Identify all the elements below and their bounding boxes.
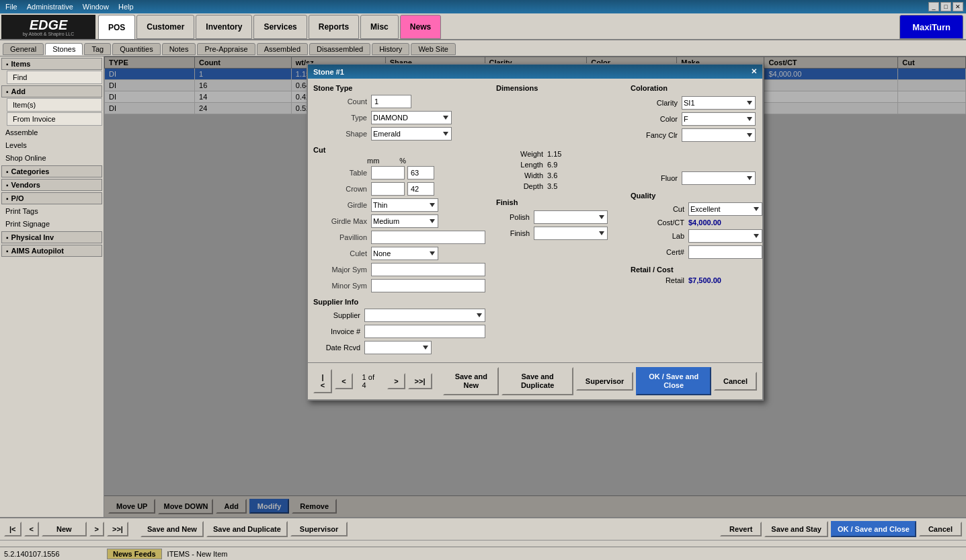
- sidebar-from-invoice[interactable]: From Invoice: [7, 112, 102, 126]
- modal-nav-next[interactable]: >: [387, 373, 405, 389]
- modal-nav-first[interactable]: |<: [313, 369, 332, 393]
- sidebar-vendors-header[interactable]: ▪ Vendors: [1, 179, 102, 191]
- count-row: Count: [313, 95, 485, 108]
- modal-overlay: Stone #1 ✕ Stone Type Count: [104, 56, 966, 517]
- title-bar: File Administrative Window Help _ □ ✕: [0, 0, 966, 13]
- tab-history[interactable]: History: [372, 43, 409, 55]
- major-sym-label: Major Sym: [313, 266, 367, 274]
- nav-news[interactable]: News: [400, 15, 441, 39]
- tab-tag[interactable]: Tag: [84, 43, 111, 55]
- supplier-select[interactable]: [364, 309, 485, 322]
- sidebar-levels[interactable]: Levels: [1, 139, 102, 151]
- invoice-input[interactable]: [364, 325, 485, 338]
- modal-save-duplicate[interactable]: Save and Duplicate: [501, 367, 573, 395]
- sidebar-aims-autopilot-header[interactable]: ▪ AIMS Autopilot: [1, 245, 102, 257]
- tab-stones[interactable]: Stones: [45, 43, 83, 55]
- modal-columns: Stone Type Count Type DIAMOND RUBY: [313, 84, 757, 357]
- news-feeds-tab[interactable]: News Feeds: [107, 549, 162, 559]
- crown-mm-input[interactable]: [371, 182, 405, 196]
- nav-services[interactable]: Services: [253, 15, 307, 39]
- clarity-label: Clarity: [631, 99, 678, 107]
- tab-disassembled[interactable]: Disassembled: [309, 43, 370, 55]
- modal-cancel[interactable]: Cancel: [714, 372, 757, 391]
- sidebar-add-header[interactable]: ▪ Add: [1, 85, 102, 97]
- tab-notes[interactable]: Notes: [162, 43, 196, 55]
- footer-next[interactable]: >: [89, 522, 104, 536]
- title-bar-admin[interactable]: Administrative: [24, 3, 76, 11]
- nav-customer[interactable]: Customer: [136, 15, 194, 39]
- tab-general[interactable]: General: [3, 43, 44, 55]
- cert-input[interactable]: [688, 245, 762, 259]
- pavillion-input[interactable]: [371, 231, 485, 244]
- modal-supervisor[interactable]: Supervisor: [576, 372, 633, 391]
- date-rcvd-select[interactable]: [364, 341, 432, 354]
- cert-row: Cert#: [631, 245, 762, 259]
- girdle-select[interactable]: Thin Medium Thick: [371, 198, 438, 212]
- nav-reports[interactable]: Reports: [309, 15, 359, 39]
- shape-select[interactable]: Emerald Round Oval: [371, 127, 452, 141]
- sidebar-find[interactable]: Find: [7, 71, 102, 84]
- footer-save-duplicate[interactable]: Save and Duplicate: [206, 521, 288, 537]
- nav-misc[interactable]: Misc: [360, 15, 399, 39]
- modal-nav-prev[interactable]: <: [335, 373, 352, 389]
- sidebar-assemble[interactable]: Assemble: [1, 126, 102, 138]
- nav-maxi[interactable]: MaxiTurn: [899, 15, 963, 39]
- tabs-row: General Stones Tag Quantities Notes Pre-…: [0, 40, 966, 56]
- minor-sym-input[interactable]: [371, 279, 485, 292]
- major-sym-input[interactable]: [371, 263, 485, 276]
- modal-ok-save-close[interactable]: OK / Save and Close: [636, 367, 711, 395]
- minimize-button[interactable]: _: [928, 2, 939, 11]
- footer-cancel[interactable]: Cancel: [919, 522, 962, 536]
- clarity-select[interactable]: SI1 SI2 VS1: [682, 96, 756, 110]
- color-select[interactable]: F G H: [682, 112, 756, 126]
- nav-pos[interactable]: POS: [98, 15, 135, 39]
- sidebar-po-header[interactable]: ▪ P/O: [1, 192, 102, 204]
- culet-select[interactable]: None Small Medium: [371, 247, 438, 260]
- footer-last[interactable]: >>|: [107, 522, 128, 536]
- sidebar-print-signage[interactable]: Print Signage: [1, 218, 102, 230]
- sidebar-print-tags[interactable]: Print Tags: [1, 205, 102, 217]
- weight-label: Weight: [496, 150, 543, 158]
- girdle-max-select[interactable]: Medium Thick: [371, 214, 438, 228]
- tab-web-site[interactable]: Web Site: [411, 43, 455, 55]
- table-pct-input[interactable]: [407, 166, 434, 179]
- tab-pre-appraise[interactable]: Pre-Appraise: [197, 43, 255, 55]
- sidebar-shop-online[interactable]: Shop Online: [1, 152, 102, 164]
- crown-pct-input[interactable]: [407, 182, 434, 196]
- fluor-select[interactable]: [682, 171, 756, 185]
- footer-prev[interactable]: <: [24, 522, 39, 536]
- news-bar: News Feeds ITEMS - New Item: [104, 547, 966, 560]
- footer-save-stay[interactable]: Save and Stay: [764, 521, 828, 537]
- sidebar-categories-header[interactable]: ▪ Categories: [1, 165, 102, 177]
- footer-revert[interactable]: Revert: [720, 522, 762, 536]
- modal-nav-last[interactable]: >>|: [408, 373, 432, 389]
- tab-assembled[interactable]: Assembled: [257, 43, 308, 55]
- type-select[interactable]: DIAMOND RUBY EMERALD: [371, 111, 452, 124]
- sidebar-items-header[interactable]: ▪ Items: [1, 58, 102, 70]
- footer-supervisor[interactable]: Supervisor: [290, 522, 348, 536]
- footer-save-new[interactable]: Save and New: [140, 521, 204, 537]
- count-input[interactable]: [371, 95, 411, 108]
- polish-select[interactable]: [534, 210, 608, 224]
- footer-ok-save-close[interactable]: OK / Save and Close: [831, 521, 916, 537]
- title-bar-file[interactable]: File: [3, 3, 20, 11]
- title-bar-window[interactable]: Window: [80, 3, 112, 11]
- sidebar: ▪ Items Find ▪ Add Item(s) From Invoice …: [0, 56, 104, 517]
- sidebar-physical-inv-header[interactable]: ▪ Physical Inv: [1, 231, 102, 243]
- maximize-button[interactable]: □: [940, 2, 951, 11]
- nav-inventory[interactable]: Inventory: [196, 15, 252, 39]
- close-button[interactable]: ✕: [953, 2, 963, 11]
- modal-save-new[interactable]: Save and New: [443, 367, 499, 395]
- lab-select[interactable]: [688, 229, 762, 243]
- tab-quantities[interactable]: Quantities: [112, 43, 161, 55]
- table-mm-input[interactable]: [371, 166, 405, 179]
- quality-cut-select[interactable]: Excellent Very Good Good: [688, 202, 762, 216]
- sidebar-items-sub[interactable]: Item(s): [7, 98, 102, 112]
- modal-close-icon[interactable]: ✕: [751, 67, 757, 76]
- title-bar-help[interactable]: Help: [116, 3, 136, 11]
- fancy-clr-select[interactable]: [682, 128, 756, 142]
- add-expand-icon: ▪: [6, 88, 9, 95]
- footer-new[interactable]: New: [42, 522, 87, 536]
- finish-select[interactable]: [534, 227, 608, 240]
- footer-first[interactable]: |<: [4, 522, 22, 536]
